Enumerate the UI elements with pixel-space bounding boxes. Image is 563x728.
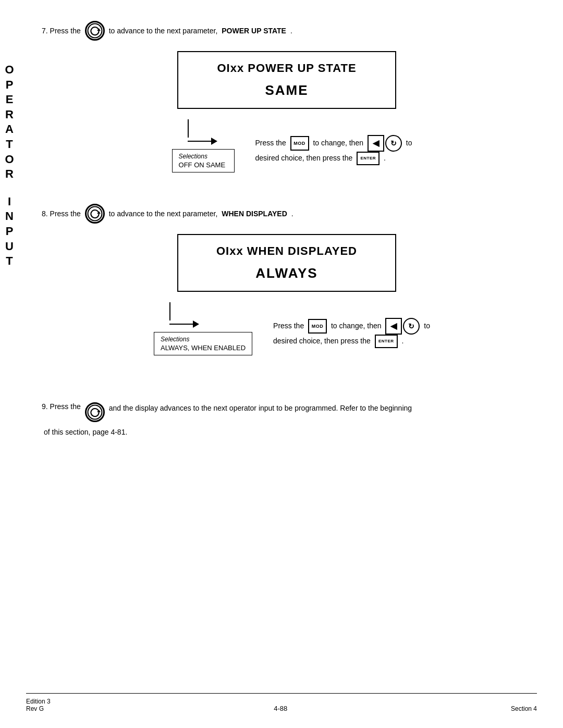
powerup-press-the: Press the — [255, 139, 286, 147]
powerup-diagram: OIxx POWER UP STATE SAME — [42, 51, 532, 172]
whendisplayed-display-box: OIxx WHEN DISPLAYED ALWAYS — [177, 234, 396, 292]
footer-left: Edition 3 Rev G — [26, 698, 51, 712]
step7-suffix: to advance to the next parameter, — [109, 27, 218, 35]
vline1-whendisplayed — [169, 302, 170, 320]
footer-edition: Edition 3 — [26, 698, 51, 705]
whendisplayed-to: to — [424, 322, 430, 330]
step9-line2: of this section, page 4-81. — [44, 426, 532, 438]
footer-rev: Rev G — [26, 705, 51, 712]
powerup-title: OIxx POWER UP STATE — [191, 61, 383, 75]
whendisplayed-selections-values: ALWAYS, WHEN ENABLED — [161, 344, 246, 352]
whendisplayed-instr-line1: Press the MOD to change, then ◀ ↻ to — [273, 318, 430, 335]
step9-line: 9. Press the and the display advances to… — [42, 402, 532, 422]
whendisplayed-selections-label: Selections — [161, 336, 246, 343]
whendisplayed-desired: desired choice, then press the — [273, 337, 371, 345]
sidebar: O P E R A T O R I N P U T — [0, 0, 19, 728]
whendisplayed-to-change: to change, then — [331, 322, 382, 330]
hline1-powerup — [188, 141, 211, 142]
step9-prefix: 9. Press the — [42, 402, 81, 411]
whendisplayed-diagram: OIxx WHEN DISPLAYED ALWAYS — [42, 234, 532, 355]
whendisplayed-instr-line2: desired choice, then press the ENTER . — [273, 335, 430, 348]
step7-line: 7. Press the to advance to the next para… — [42, 21, 532, 41]
step7-prefix: 7. Press the — [42, 27, 81, 35]
step9-text: and the display advances to the next ope… — [109, 402, 412, 414]
sidebar-letter-t: U — [5, 239, 14, 254]
refresh-svg-9 — [87, 402, 103, 422]
powerup-display-box: OIxx POWER UP STATE SAME — [177, 51, 396, 109]
powerup-instr-line1: Press the MOD to change, then ◀ ↻ to — [255, 135, 412, 152]
arrow1-powerup — [211, 138, 217, 145]
footer-section: Section 4 — [511, 705, 537, 712]
powerup-instructions: Press the MOD to change, then ◀ ↻ to des… — [255, 135, 412, 165]
powerup-desired: desired choice, then press the — [255, 154, 353, 162]
enter-button-1[interactable]: ENTER — [357, 152, 380, 165]
powerup-selections-values: OFF ON SAME — [179, 161, 228, 169]
step9-refresh-icon — [85, 402, 105, 422]
refresh-svg-7 — [87, 21, 103, 41]
sidebar-letter-o: O — [5, 63, 14, 78]
powerup-to: to — [406, 139, 412, 147]
step8-bold: WHEN DISPLAYED — [222, 209, 287, 218]
vline1-powerup — [188, 119, 189, 138]
powerup-to-change: to change, then — [313, 139, 363, 147]
step8-refresh-icon — [85, 204, 105, 224]
step8-prefix: 8. Press the — [42, 209, 81, 218]
whendisplayed-press-the: Press the — [273, 322, 304, 330]
footer-page: 4-88 — [274, 705, 287, 712]
powerup-instr-line2: desired choice, then press the ENTER . — [255, 152, 412, 165]
step8-line: 8. Press the to advance to the next para… — [42, 204, 532, 224]
step7-period: . — [290, 27, 292, 35]
whendisplayed-dot: . — [402, 337, 404, 345]
powerup-value: SAME — [191, 82, 383, 98]
step8-suffix: to advance to the next parameter, — [109, 209, 218, 218]
powerup-dot: . — [384, 154, 386, 162]
step7-refresh-icon — [85, 21, 105, 41]
enter-button-2[interactable]: ENTER — [375, 335, 398, 348]
refresh-button-1[interactable]: ↻ — [385, 135, 402, 152]
sidebar-letter-u: P — [6, 224, 14, 239]
sidebar-letter-r: R — [5, 107, 14, 122]
sidebar-letter-a: A — [5, 122, 14, 137]
step7-bold: POWER UP STATE — [222, 27, 286, 35]
sidebar-letter-s: T — [6, 254, 13, 269]
main-content: 7. Press the to advance to the next para… — [26, 0, 563, 459]
mod-button-2[interactable]: MOD — [308, 319, 327, 334]
sidebar-letter-p2: N — [5, 209, 14, 224]
whendisplayed-instructions: Press the MOD to change, then ◀ ↻ to des… — [273, 318, 430, 348]
powerup-selections-box: Selections OFF ON SAME — [172, 149, 235, 172]
sidebar-letter-e: E — [6, 92, 14, 107]
refresh-svg-8 — [87, 204, 103, 224]
whendisplayed-title: OIxx WHEN DISPLAYED — [191, 244, 383, 258]
powerup-selections-label: Selections — [179, 153, 228, 160]
hline1-whendisplayed — [169, 324, 193, 325]
sidebar-letter-t: T — [6, 137, 13, 152]
footer: Edition 3 Rev G 4-88 Section 4 — [26, 693, 537, 712]
sidebar-letter-r: R — [5, 167, 14, 182]
sidebar-letter-p: P — [6, 78, 14, 93]
whendisplayed-value: ALWAYS — [191, 265, 383, 281]
step8-period: . — [291, 209, 293, 218]
arrow-left-button-1[interactable]: ◀ — [368, 135, 384, 152]
whendisplayed-selections-box: Selections ALWAYS, WHEN ENABLED — [154, 332, 252, 355]
refresh-button-2[interactable]: ↻ — [403, 318, 420, 335]
sidebar-letter-o2: O — [5, 152, 14, 167]
sidebar-letter-n: I — [8, 194, 11, 209]
arrow-left-button-2[interactable]: ◀ — [385, 318, 402, 335]
arrow1-whendisplayed — [193, 320, 199, 328]
mod-button-1[interactable]: MOD — [290, 136, 309, 151]
